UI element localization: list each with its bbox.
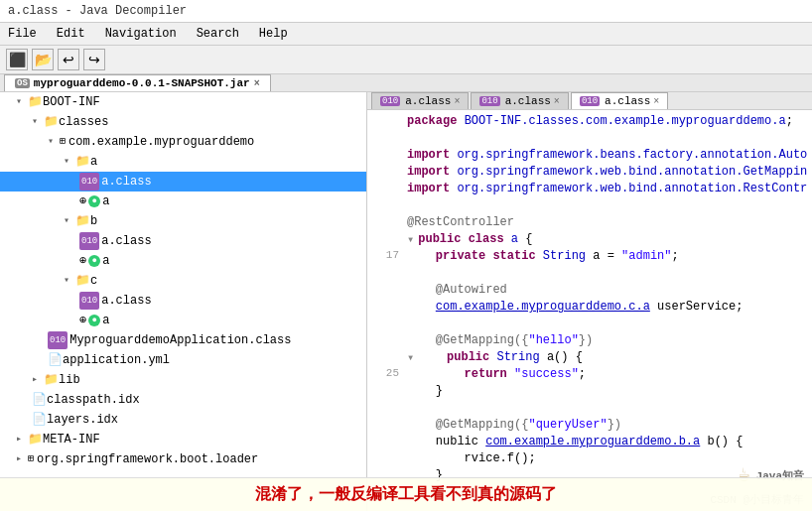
menu-file[interactable]: File bbox=[4, 25, 41, 43]
code-line-blank4 bbox=[367, 317, 812, 333]
code-line-25: 25 return "success"; bbox=[367, 367, 812, 384]
tree-a-green[interactable]: ⊕ ● a bbox=[0, 192, 366, 211]
code-area[interactable]: package BOOT-INF.classes.com.example.myp… bbox=[367, 110, 812, 511]
banner-text: 混淆了，一般反编译工具看不到真的源码了 bbox=[255, 486, 557, 504]
editor-tab-badge-1: 010 bbox=[380, 96, 400, 106]
green-circle-a: ● bbox=[88, 195, 100, 207]
menu-help[interactable]: Help bbox=[255, 25, 292, 43]
expand-icon-folder-a: ▾ bbox=[64, 153, 75, 171]
editor-tab-close-3[interactable]: × bbox=[653, 96, 659, 107]
tree-label-aclass: a.class bbox=[101, 173, 151, 191]
code-line-blank2 bbox=[367, 198, 812, 215]
code-line-field: com.example.myproguarddemo.c.a userServi… bbox=[367, 300, 812, 317]
editor-tab-badge-2: 010 bbox=[479, 96, 499, 106]
tree-label-c-a-inner: a bbox=[102, 312, 109, 329]
menu-navigation[interactable]: Navigation bbox=[101, 25, 181, 43]
toolbar-redo[interactable]: ↪ bbox=[83, 49, 105, 70]
package-icon-spring: ⊞ bbox=[28, 450, 34, 468]
tree-application-yml[interactable]: 📄 application.yml bbox=[0, 350, 366, 370]
package-icon: ⊞ bbox=[60, 133, 66, 151]
editor-tab-1[interactable]: 010 a.class × bbox=[371, 92, 469, 109]
tree-lib[interactable]: ▸ 📁 lib bbox=[0, 370, 366, 390]
tree-aclass-selected[interactable]: 010 a.class bbox=[0, 172, 366, 192]
tree-classpath-idx[interactable]: 📄 classpath.idx bbox=[0, 390, 366, 410]
class-badge-b-a: 010 bbox=[79, 232, 99, 250]
tree-folder-b[interactable]: ▾ 📁 b bbox=[0, 211, 366, 231]
tree-c-aclass[interactable]: 010 a.class bbox=[0, 291, 366, 311]
editor-tab-label-3: a.class bbox=[605, 95, 650, 107]
file-tree-panel: ▾ 📁 BOOT-INF ▾ 📁 classes ▾ ⊞ com.example… bbox=[0, 92, 367, 511]
tree-label-layers: layers.idx bbox=[47, 411, 118, 429]
tree-c-a-green[interactable]: ⊕ ● a bbox=[0, 311, 366, 330]
code-line-import1: import org.springframework.beans.factory… bbox=[367, 148, 812, 165]
line-content-package: package BOOT-INF.classes.com.example.myp… bbox=[407, 114, 808, 128]
folder-icon-c: 📁 bbox=[75, 272, 90, 290]
tree-package[interactable]: ▾ ⊞ com.example.myproguarddemo bbox=[0, 132, 366, 152]
code-line-blank5 bbox=[367, 401, 812, 418]
tree-b-aclass[interactable]: 010 a.class bbox=[0, 231, 366, 251]
tree-label-meta-inf: META-INF bbox=[43, 431, 100, 448]
toolbar-undo[interactable]: ↩ bbox=[58, 49, 79, 70]
collapse-class-btn[interactable]: ▾ bbox=[407, 232, 414, 247]
tree-spring-loader[interactable]: ▸ ⊞ org.springframework.boot.loader bbox=[0, 449, 366, 469]
folder-icon-meta-inf: 📁 bbox=[28, 431, 43, 448]
window-title: a.class - Java Decompiler bbox=[8, 4, 187, 18]
line-num-25: 25 bbox=[371, 367, 399, 379]
expand-icon-a-green: ⊕ bbox=[79, 192, 86, 210]
expand-icon-bootinf: ▾ bbox=[16, 93, 28, 111]
code-line-close1: } bbox=[367, 384, 812, 401]
code-line-getmapping2: @GetMapping({"queryUser"}) bbox=[367, 418, 812, 435]
folder-icon-bootinf: 📁 bbox=[28, 93, 43, 111]
tree-label-classpath: classpath.idx bbox=[47, 391, 140, 409]
annotation-restcontroller: @RestController bbox=[407, 215, 514, 229]
editor-tab-label-2: a.class bbox=[505, 95, 551, 107]
banner: 混淆了，一般反编译工具看不到真的源码了 bbox=[0, 477, 812, 511]
toolbar-back[interactable]: ⬛ bbox=[6, 49, 28, 70]
editor-tab-2[interactable]: 010 a.class × bbox=[471, 92, 568, 109]
editor-tab-close-1[interactable]: × bbox=[454, 96, 460, 107]
tree-label-folder-b: b bbox=[90, 212, 97, 230]
expand-icon-spring-loader: ▸ bbox=[16, 450, 28, 468]
tree-main-class[interactable]: 010 MyproguarddemoApplication.class bbox=[0, 330, 366, 350]
tree-label-package: com.example.myproguarddemo bbox=[68, 133, 254, 151]
folder-icon-a: 📁 bbox=[75, 153, 90, 171]
code-line-rvice: rvice.f(); bbox=[367, 451, 812, 468]
file-tab-icon: OS bbox=[15, 78, 30, 88]
tree-label-folder-c: c bbox=[90, 272, 97, 290]
editor-tab-label-1: a.class bbox=[405, 95, 451, 107]
tree-folder-c[interactable]: ▾ 📁 c bbox=[0, 271, 366, 291]
editor-tab-3[interactable]: 010 a.class × bbox=[571, 92, 668, 109]
class-badge-main: 010 bbox=[48, 331, 68, 349]
menu-search[interactable]: Search bbox=[193, 25, 243, 43]
green-circle-c-a: ● bbox=[88, 315, 100, 326]
toolbar-open[interactable]: 📂 bbox=[32, 49, 54, 70]
tree-label-folder-a: a bbox=[90, 153, 97, 171]
tree-label-c-aclass: a.class bbox=[101, 292, 151, 310]
file-tab-close[interactable]: × bbox=[254, 78, 260, 89]
menu-bar: File Edit Navigation Search Help bbox=[0, 23, 812, 46]
tree-folder-a[interactable]: ▾ 📁 a bbox=[0, 152, 366, 172]
code-line-import3: import org.springframework.web.bind.anno… bbox=[367, 182, 812, 198]
main-layout: ▾ 📁 BOOT-INF ▾ 📁 classes ▾ ⊞ com.example… bbox=[0, 92, 812, 511]
code-line-import2: import org.springframework.web.bind.anno… bbox=[367, 165, 812, 182]
code-line-getmapping1: @GetMapping({"hello"}) bbox=[367, 333, 812, 350]
file-tab-bar: OS myproguarddemo-0.0.1-SNAPSHOT.jar × bbox=[0, 74, 812, 92]
tree-label-bootinf: BOOT-INF bbox=[43, 93, 100, 111]
tree-classes[interactable]: ▾ 📁 classes bbox=[0, 112, 366, 132]
tree-meta-inf[interactable]: ▸ 📁 META-INF bbox=[0, 430, 366, 449]
tree-label-main-class: MyproguarddemoApplication.class bbox=[69, 331, 291, 349]
expand-icon-b-a-green: ⊕ bbox=[79, 252, 86, 270]
file-tab[interactable]: OS myproguarddemo-0.0.1-SNAPSHOT.jar × bbox=[4, 74, 271, 91]
tree-b-a-green[interactable]: ⊕ ● a bbox=[0, 251, 366, 271]
collapse-method1-btn[interactable]: ▾ bbox=[407, 350, 414, 365]
tree-label-spring-loader: org.springframework.boot.loader bbox=[37, 450, 258, 468]
menu-edit[interactable]: Edit bbox=[53, 25, 89, 43]
file-tab-label: myproguarddemo-0.0.1-SNAPSHOT.jar bbox=[34, 77, 250, 89]
tree-root-bootinf[interactable]: ▾ 📁 BOOT-INF bbox=[0, 92, 366, 112]
editor-tab-close-2[interactable]: × bbox=[554, 96, 560, 107]
tree-layers-idx[interactable]: 📄 layers.idx bbox=[0, 410, 366, 430]
code-line-autowired: @Autowired bbox=[367, 283, 812, 300]
editor-tab-bar: 010 a.class × 010 a.class × 010 a.class … bbox=[367, 92, 812, 110]
tree-label-b-aclass: a.class bbox=[101, 232, 151, 250]
code-editor-panel: 010 a.class × 010 a.class × 010 a.class … bbox=[367, 92, 812, 511]
